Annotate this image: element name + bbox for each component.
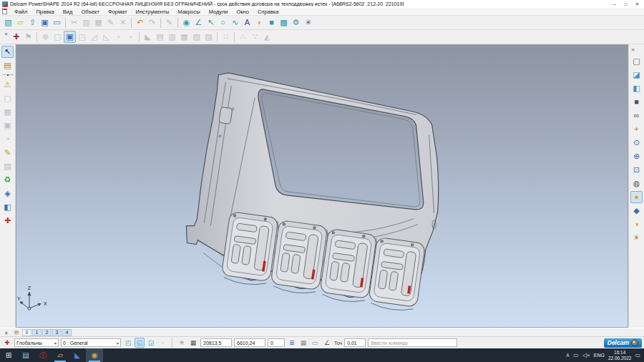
menu-item[interactable]: Инструменты	[132, 8, 174, 15]
coordinate-x-field[interactable]: 20813,5	[200, 338, 232, 347]
menu-item[interactable]: Вид	[59, 8, 77, 15]
open-model-icon[interactable]: ▱	[14, 16, 26, 29]
view-shaded-wire-icon[interactable]: ◧	[630, 82, 643, 94]
model-fix-icon[interactable]: ⚠	[1, 79, 14, 91]
select-surfaces-icon[interactable]: ▣	[64, 31, 76, 43]
taskbar-app-cad[interactable]: ◣	[69, 348, 86, 362]
zoom-box-icon[interactable]: ⊡	[630, 164, 643, 176]
menu-item[interactable]: Справка	[253, 8, 283, 15]
window-tab-3[interactable]: 3	[52, 329, 62, 336]
window-tab-1[interactable]: 1	[32, 329, 42, 336]
tray-display-icon[interactable]: ▭	[573, 352, 579, 358]
feature-icon[interactable]: ▩	[278, 16, 290, 29]
tolerance-field[interactable]: 0,01	[344, 338, 366, 347]
material-icon[interactable]: ◑	[630, 218, 643, 230]
repair-icon[interactable]: ✚	[1, 215, 14, 227]
keyboard-icon[interactable]: ▭	[310, 338, 320, 348]
workplane-dropdown[interactable]: Глобальны ▾	[14, 338, 59, 347]
new-model-icon[interactable]: ▧	[2, 16, 14, 29]
snap-options-icon[interactable]: ✳	[177, 338, 187, 348]
zoom-full-icon[interactable]: ⊙	[630, 137, 643, 149]
notification-center-icon[interactable]: ▭	[635, 352, 640, 358]
solid-icon[interactable]: ■	[265, 16, 278, 29]
workplane-icon[interactable]: ◉	[180, 16, 192, 29]
menu-item[interactable]: Модули	[205, 8, 233, 15]
inspect-icon[interactable]: ◈	[1, 187, 14, 200]
undo-icon[interactable]: ↶	[134, 16, 146, 29]
taskbar-app-yandex[interactable]: Ⓨ	[34, 348, 52, 362]
save-model-icon[interactable]: ▣	[39, 16, 51, 29]
tray-icons: ∧▭◁×	[565, 352, 590, 358]
cad-canvas: Z X Y	[16, 45, 628, 327]
menu-item[interactable]: Правка	[31, 8, 58, 15]
redo-icon: ↷	[146, 16, 158, 29]
circle-icon[interactable]: ○	[217, 16, 229, 29]
window-tab-4[interactable]: 4	[62, 329, 72, 336]
level-dropdown[interactable]: 0 : General ▾	[61, 338, 121, 347]
lighting-icon[interactable]: ☀	[630, 232, 643, 244]
import-model-icon[interactable]: ⇧	[26, 16, 39, 29]
view-globe-icon[interactable]: ◍	[630, 177, 643, 190]
grid-icon[interactable]: ▦	[188, 338, 198, 348]
tolerance-angle-icon[interactable]: ∠	[322, 338, 332, 348]
taskbar-app-powershape[interactable]: ◉	[86, 348, 103, 362]
sketch-tools-icon[interactable]: ✎	[1, 147, 14, 159]
line-icon[interactable]: ↖	[205, 16, 217, 29]
chevron-down-icon: ▾	[54, 341, 57, 346]
tray-expand-icon[interactable]: ∧	[565, 352, 570, 358]
view-shaded-icon[interactable]: ■	[630, 96, 643, 108]
command-input[interactable]	[368, 338, 457, 347]
pan-view-icon[interactable]: +	[630, 123, 643, 135]
minimize-button[interactable]: ─	[609, 1, 620, 8]
tray-clock[interactable]: 16:14 22.06.2022	[608, 350, 632, 361]
close-selection-toolbar-icon[interactable]: ✕	[2, 31, 10, 38]
maximize-button[interactable]: □	[620, 1, 631, 8]
coordinate-y-field[interactable]: 6610,24	[234, 338, 265, 347]
menu-item[interactable]: Объект	[77, 8, 104, 15]
window-tab-2[interactable]: 2	[42, 329, 52, 336]
curve-icon[interactable]: ∿	[229, 16, 241, 29]
item-list-icon[interactable]: ≣	[287, 338, 297, 348]
close-window-tab-button[interactable]: ✕	[2, 329, 11, 336]
menu-item[interactable]: Формат	[104, 8, 132, 15]
menu-item[interactable]: Окно	[233, 8, 253, 15]
view-wireframe-icon[interactable]: ▢	[630, 55, 643, 67]
view-hidden-line-icon[interactable]: ◪	[630, 69, 643, 81]
menu-item[interactable]: Файл	[10, 8, 31, 15]
start-button[interactable]: ⊞	[0, 348, 17, 362]
view-directions-icon[interactable]: ◆	[630, 205, 643, 217]
viewport-3d[interactable]: Z X Y	[16, 44, 628, 328]
polyline-icon[interactable]: ∠	[192, 16, 205, 29]
workplane-icon-group: ✚	[2, 338, 12, 348]
calculator-icon[interactable]: ▦	[298, 338, 308, 348]
coordinate-z-field[interactable]: 0	[268, 338, 285, 347]
workplane-origin-icon[interactable]: ✚	[2, 338, 12, 348]
convert-icon[interactable]: ♻	[1, 174, 14, 186]
menu-item[interactable]: Макросы	[173, 8, 204, 15]
clip-view-3-icon[interactable]: ◲	[146, 338, 156, 348]
surface-icon[interactable]: ◗	[253, 16, 265, 29]
language-indicator[interactable]: ENG	[594, 353, 605, 358]
zoom-in-out-icon[interactable]: ⊕	[630, 150, 643, 162]
workplane-browser-icon[interactable]: ▤	[1, 59, 14, 72]
window-tab-0[interactable]: 0	[22, 329, 31, 336]
clip-view-icon[interactable]: ◰	[123, 338, 133, 348]
tray-volume-muted-icon[interactable]: ◁×	[582, 352, 590, 358]
print-icon[interactable]: ▭	[51, 16, 63, 29]
assembly-icon[interactable]: ⚙	[290, 16, 302, 29]
close-view-toolbar-icon[interactable]: ✕	[629, 47, 637, 54]
box-tool-icon[interactable]: ◧	[1, 201, 14, 213]
create-workplane-icon[interactable]: ✚	[10, 31, 22, 43]
view-options-icon[interactable]: ∞	[630, 109, 643, 122]
select-tool-icon[interactable]: ↖	[1, 46, 14, 58]
clip-view-2-icon[interactable]: ◱	[135, 338, 145, 348]
wizards-icon[interactable]: ✳	[302, 16, 314, 29]
close-button[interactable]: ✕	[632, 1, 643, 8]
levels-icon[interactable]: ▤	[12, 329, 21, 336]
mesh-icon: ▦	[1, 106, 14, 118]
taskbar-app-explorer[interactable]: ▱	[52, 348, 69, 362]
render-shaded-icon[interactable]: ●	[630, 191, 643, 203]
select-fold-icon: ◿	[88, 31, 100, 43]
text-icon[interactable]: A	[241, 16, 253, 29]
taskbar-app-pc[interactable]: ▤	[17, 348, 34, 362]
